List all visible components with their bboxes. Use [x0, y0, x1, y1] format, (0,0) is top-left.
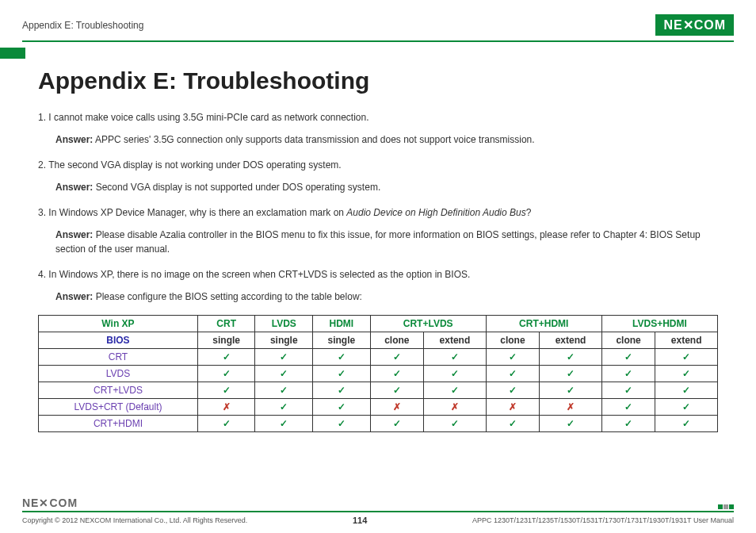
nexcom-logo: NE✕COM	[655, 14, 734, 36]
qa-question-post: ?	[526, 207, 532, 218]
check-icon: ✓	[601, 416, 655, 432]
check-icon: ✓	[370, 366, 423, 382]
qa-question: I cannot make voice calls using 3.5G min…	[48, 112, 368, 123]
sub-extend: extend	[424, 332, 487, 349]
th-crt: CRT	[197, 316, 255, 332]
sub-single: single	[255, 332, 313, 349]
answer-label: Answer:	[55, 134, 93, 145]
th-hdmi: HDMI	[313, 316, 371, 332]
row-label: LVDS+CRT (Default)	[39, 399, 198, 416]
sub-clone: clone	[486, 332, 539, 349]
check-icon: ✓	[601, 399, 655, 416]
qa-question-pre: In Windows XP Device Manager, why is the…	[48, 207, 346, 218]
qa-num: 3.	[38, 207, 46, 218]
qa-question: The second VGA display is not working un…	[48, 159, 342, 171]
answer-text: Please disable Azalia controller in the …	[55, 229, 701, 255]
check-icon: ✓	[601, 349, 655, 366]
qa-num: 4.	[38, 269, 46, 280]
table-row: CRT+LVDS✓✓✓✓✓✓✓✓✓	[39, 382, 718, 399]
check-icon: ✓	[197, 349, 255, 366]
check-icon: ✓	[370, 349, 423, 366]
check-icon: ✓	[424, 416, 487, 432]
check-icon: ✓	[255, 366, 313, 382]
page-footer: NE✕COM Copyright © 2012 NEXCOM Internati…	[22, 497, 734, 525]
sub-single: single	[197, 332, 255, 349]
footer-squares-icon	[718, 504, 734, 509]
table-row: CRT+HDMI✓✓✓✓✓✓✓✓✓	[39, 416, 718, 432]
table-row: LVDS+CRT (Default)✗✓✓✗✗✗✗✓✓	[39, 399, 718, 416]
table-header-row: Win XP CRT LVDS HDMI CRT+LVDS CRT+HDMI L…	[39, 316, 718, 332]
check-icon: ✓	[255, 416, 313, 432]
check-icon: ✓	[424, 366, 487, 382]
check-icon: ✓	[655, 399, 718, 416]
qa-item-4: 4. In Windows XP, there is no image on t…	[38, 267, 718, 304]
page-header: Appendix E: Troubleshooting NE✕COM	[22, 14, 734, 42]
page-title: Appendix E: Troubleshooting	[38, 67, 734, 94]
check-icon: ✓	[655, 349, 718, 366]
th-lvds-hdmi: LVDS+HDMI	[601, 316, 717, 332]
check-icon: ✓	[540, 416, 602, 432]
cross-icon: ✗	[424, 399, 487, 416]
check-icon: ✓	[486, 366, 539, 382]
check-icon: ✓	[601, 366, 655, 382]
check-icon: ✓	[486, 382, 539, 399]
check-icon: ✓	[424, 349, 487, 366]
qa-num: 2.	[38, 159, 46, 171]
manual-ref: APPC 1230T/1231T/1235T/1530T/1531T/1730T…	[472, 516, 734, 524]
qa-item-2: 2. The second VGA display is not working…	[38, 158, 718, 194]
check-icon: ✓	[313, 366, 371, 382]
row-label: CRT+HDMI	[39, 416, 198, 432]
check-icon: ✓	[540, 366, 602, 382]
qa-question-em: Audio Device on High Definition Audio Bu…	[346, 207, 525, 218]
table-row: LVDS✓✓✓✓✓✓✓✓✓	[39, 366, 718, 382]
check-icon: ✓	[197, 366, 255, 382]
th-winxp: Win XP	[39, 316, 198, 332]
check-icon: ✓	[540, 349, 602, 366]
cross-icon: ✗	[197, 399, 255, 416]
answer-label: Answer:	[55, 229, 93, 240]
cross-icon: ✗	[540, 399, 602, 416]
check-icon: ✓	[655, 416, 718, 432]
page-number: 114	[353, 516, 367, 525]
check-icon: ✓	[601, 382, 655, 399]
qa-num: 1.	[38, 112, 46, 123]
th-crt-lvds: CRT+LVDS	[370, 316, 486, 332]
answer-label: Answer:	[55, 182, 93, 193]
answer-label: Answer:	[55, 291, 93, 302]
check-icon: ✓	[313, 382, 371, 399]
check-icon: ✓	[255, 349, 313, 366]
answer-text: APPC series' 3.5G connection only suppor…	[93, 134, 534, 145]
check-icon: ✓	[424, 382, 487, 399]
breadcrumb: Appendix E: Troubleshooting	[22, 20, 143, 31]
table-subheader-row: BIOS single single single clone extend c…	[39, 332, 718, 349]
check-icon: ✓	[655, 366, 718, 382]
qa-item-3: 3. In Windows XP Device Manager, why is …	[38, 205, 718, 256]
row-label: CRT+LVDS	[39, 382, 198, 399]
answer-text: Second VGA display is not supported unde…	[93, 182, 380, 193]
side-tab-decor	[0, 48, 25, 59]
copyright-text: Copyright © 2012 NEXCOM International Co…	[22, 516, 247, 524]
answer-text: Please configure the BIOS setting accord…	[93, 291, 362, 302]
check-icon: ✓	[655, 382, 718, 399]
sub-single: single	[313, 332, 371, 349]
content-body: 1. I cannot make voice calls using 3.5G …	[22, 110, 734, 432]
check-icon: ✓	[486, 349, 539, 366]
table-row: CRT✓✓✓✓✓✓✓✓✓	[39, 349, 718, 366]
qa-question: In Windows XP, there is no image on the …	[48, 269, 470, 280]
check-icon: ✓	[370, 382, 423, 399]
cross-icon: ✗	[486, 399, 539, 416]
check-icon: ✓	[540, 382, 602, 399]
check-icon: ✓	[486, 416, 539, 432]
th-bios: BIOS	[39, 332, 198, 349]
check-icon: ✓	[255, 399, 313, 416]
check-icon: ✓	[197, 382, 255, 399]
check-icon: ✓	[313, 399, 371, 416]
sub-clone: clone	[601, 332, 655, 349]
check-icon: ✓	[313, 349, 371, 366]
check-icon: ✓	[197, 416, 255, 432]
row-label: LVDS	[39, 366, 198, 382]
sub-clone: clone	[370, 332, 423, 349]
check-icon: ✓	[370, 416, 423, 432]
sub-extend: extend	[540, 332, 602, 349]
check-icon: ✓	[255, 382, 313, 399]
